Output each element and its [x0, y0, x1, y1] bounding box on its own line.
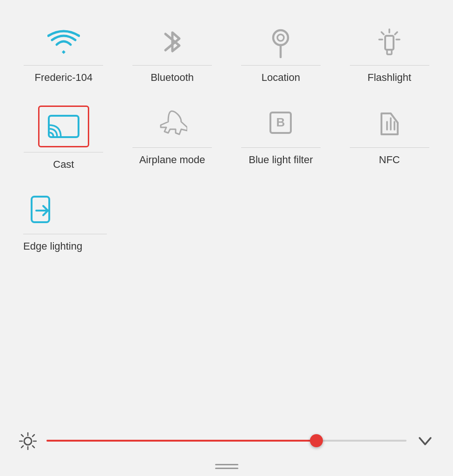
- tile-nfc[interactable]: NFC: [335, 96, 444, 178]
- cast-label: Cast: [53, 158, 74, 172]
- bluelight-icon: B: [262, 106, 299, 143]
- tile-airplane[interactable]: Airplane mode: [118, 96, 227, 178]
- quick-settings-grid-row1: Frederic-104 Bluetooth Location: [9, 14, 444, 92]
- tile-location[interactable]: Location: [227, 14, 335, 92]
- divider: [350, 147, 429, 148]
- slider-fill: [46, 440, 316, 442]
- bluetooth-label: Bluetooth: [151, 71, 194, 85]
- brightness-bar: [0, 432, 453, 450]
- edge-lighting-label: Edge lighting: [23, 240, 82, 253]
- wifi-label: Frederic-104: [35, 71, 93, 85]
- nav-handle: [215, 464, 238, 469]
- nfc-icon: [371, 106, 408, 143]
- svg-line-20: [33, 446, 34, 448]
- tile-cast[interactable]: Cast: [9, 96, 118, 178]
- divider: [23, 234, 107, 234]
- location-icon: [262, 23, 299, 60]
- divider: [241, 65, 321, 66]
- divider: [241, 147, 321, 148]
- tile-wifi[interactable]: Frederic-104: [9, 14, 118, 92]
- svg-line-6: [395, 32, 397, 34]
- wifi-icon: [45, 23, 82, 60]
- tile-bluelight[interactable]: B Blue light filter: [227, 96, 335, 178]
- airplane-icon: [154, 106, 191, 143]
- tile-bluetooth[interactable]: Bluetooth: [118, 14, 227, 92]
- slider-track: [46, 440, 407, 442]
- chevron-down-button[interactable]: [416, 432, 434, 450]
- divider: [132, 65, 212, 66]
- divider: [24, 65, 103, 66]
- airplane-label: Airplane mode: [139, 153, 205, 167]
- quick-settings-panel: Frederic-104 Bluetooth Location: [0, 0, 453, 476]
- nfc-label: NFC: [379, 153, 400, 167]
- svg-line-21: [33, 435, 34, 436]
- tile-edge-lighting[interactable]: Edge lighting: [9, 183, 444, 260]
- svg-point-1: [277, 34, 284, 41]
- svg-text:B: B: [276, 115, 285, 129]
- svg-line-5: [381, 32, 384, 34]
- flashlight-icon: [371, 23, 408, 60]
- divider: [24, 152, 103, 152]
- nav-line-1: [215, 464, 238, 465]
- svg-rect-3: [387, 50, 392, 54]
- quick-settings-grid-row2: Cast Airplane mode B Blue light filter: [9, 96, 444, 178]
- location-label: Location: [262, 71, 300, 85]
- svg-line-22: [21, 446, 23, 448]
- bluelight-label: Blue light filter: [249, 153, 313, 167]
- brightness-icon: [19, 432, 37, 450]
- svg-point-0: [273, 30, 288, 45]
- cast-selected-box: [38, 106, 89, 147]
- bluetooth-icon: [154, 23, 191, 60]
- svg-rect-2: [385, 36, 394, 50]
- brightness-slider[interactable]: [46, 440, 407, 443]
- svg-point-14: [24, 437, 32, 445]
- slider-thumb[interactable]: [310, 434, 323, 447]
- nav-line-2: [215, 468, 238, 469]
- svg-line-19: [21, 435, 23, 436]
- divider: [350, 65, 429, 66]
- flashlight-label: Flashlight: [368, 71, 411, 85]
- edge-lighting-icon: [23, 192, 60, 229]
- divider: [132, 147, 212, 148]
- tile-flashlight[interactable]: Flashlight: [335, 14, 444, 92]
